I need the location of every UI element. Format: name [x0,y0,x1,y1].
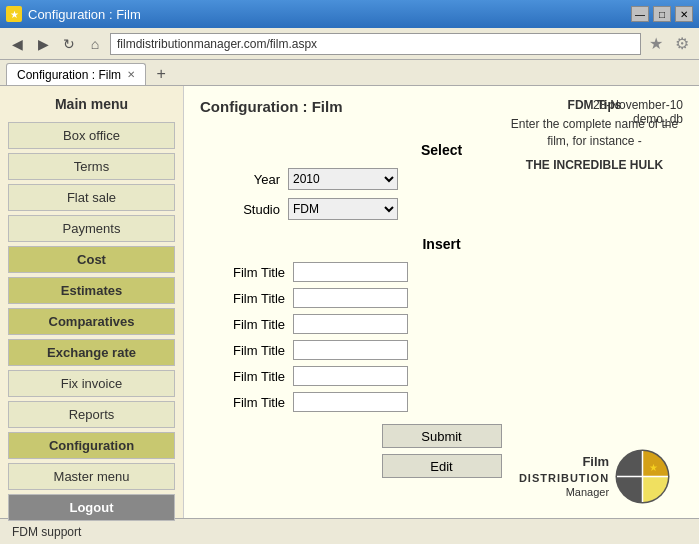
refresh-button[interactable]: ↻ [58,33,80,55]
insert-section-label: Insert [200,236,683,252]
film-title-label-2: Film Title [210,291,285,306]
sidebar-item-payments[interactable]: Payments [8,215,175,242]
year-label: Year [220,172,280,187]
submit-button[interactable]: Submit [382,424,502,448]
film-title-label-6: Film Title [210,395,285,410]
sidebar: Main menu Box office Terms Flat sale Pay… [0,86,184,518]
year-select[interactable]: 2010 2009 2008 2007 [288,168,398,190]
fdm-tips: FDM Tips Enter the complete name of the … [502,98,687,172]
favorites-button[interactable]: ★ [645,33,667,55]
film-title-input-4[interactable] [293,340,408,360]
sidebar-item-cost[interactable]: Cost [8,246,175,273]
new-tab-button[interactable]: + [150,63,172,85]
film-title-row-5: Film Title [200,366,683,386]
forward-button[interactable]: ▶ [32,33,54,55]
studio-label: Studio [220,202,280,217]
film-title-label-3: Film Title [210,317,285,332]
sidebar-item-fix-invoice[interactable]: Fix invoice [8,370,175,397]
film-title-input-2[interactable] [293,288,408,308]
fdm-tips-title: FDM Tips [502,98,687,112]
studio-select[interactable]: FDM Other [288,198,398,220]
page-title: Configuration : Film [200,98,342,126]
film-title-label-5: Film Title [210,369,285,384]
sidebar-item-configuration[interactable]: Configuration [8,432,175,459]
logo-area: Film DISTRIBUTION Manager ★ [502,449,687,504]
logo-manager: Manager [519,485,609,499]
sidebar-item-box-office[interactable]: Box office [8,122,175,149]
sidebar-item-logout[interactable]: Logout [8,494,175,521]
sidebar-item-estimates[interactable]: Estimates [8,277,175,304]
footer-text: FDM support [12,525,81,539]
film-title-input-1[interactable] [293,262,408,282]
film-title-row-3: Film Title [200,314,683,334]
sidebar-title: Main menu [8,96,175,112]
edit-button[interactable]: Edit [382,454,502,478]
main-content: Main menu Box office Terms Flat sale Pay… [0,86,699,518]
studio-row: Studio FDM Other [200,198,683,220]
tools-button[interactable]: ⚙ [671,33,693,55]
title-bar-controls: — □ ✕ [631,6,693,22]
maximize-button[interactable]: □ [653,6,671,22]
sidebar-item-terms[interactable]: Terms [8,153,175,180]
sidebar-item-master-menu[interactable]: Master menu [8,463,175,490]
film-title-input-3[interactable] [293,314,408,334]
title-bar: ★ Configuration : Film — □ ✕ [0,0,699,28]
insert-section: Insert Film Title Film Title Film Title … [200,236,683,478]
window-title: Configuration : Film [28,7,141,22]
film-title-row-4: Film Title [200,340,683,360]
film-title-row-2: Film Title [200,288,683,308]
fdm-tips-example: THE INCREDIBLE HULK [502,158,687,172]
app-icon: ★ [6,6,22,22]
active-tab[interactable]: Configuration : Film ✕ [6,63,146,85]
sidebar-item-comparatives[interactable]: Comparatives [8,308,175,335]
back-button[interactable]: ◀ [6,33,28,55]
page-area: Configuration : Film 28-November-10 demo… [184,86,699,518]
svg-text:★: ★ [649,462,658,473]
logo-distribution: DISTRIBUTION [519,471,609,485]
film-title-row-6: Film Title [200,392,683,412]
film-title-input-5[interactable] [293,366,408,386]
fdm-tips-text: Enter the complete name of the film, for… [502,116,687,150]
address-bar: ◀ ▶ ↻ ⌂ ★ ⚙ [0,28,699,60]
home-button[interactable]: ⌂ [84,33,106,55]
logo-film: Film [519,454,609,471]
footer: FDM support [0,518,699,544]
close-button[interactable]: ✕ [675,6,693,22]
film-title-label-1: Film Title [210,265,285,280]
title-bar-left: ★ Configuration : Film [6,6,141,22]
address-input[interactable] [110,33,641,55]
tab-close-button[interactable]: ✕ [127,69,135,80]
sidebar-item-flat-sale[interactable]: Flat sale [8,184,175,211]
sidebar-item-exchange-rate[interactable]: Exchange rate [8,339,175,366]
film-title-input-6[interactable] [293,392,408,412]
film-title-row-1: Film Title [200,262,683,282]
logo-pie-chart: ★ [615,449,670,504]
tab-bar: Configuration : Film ✕ + [0,60,699,86]
sidebar-item-reports[interactable]: Reports [8,401,175,428]
logo-text: Film DISTRIBUTION Manager [519,454,609,499]
minimize-button[interactable]: — [631,6,649,22]
film-title-label-4: Film Title [210,343,285,358]
tab-label: Configuration : Film [17,68,121,82]
